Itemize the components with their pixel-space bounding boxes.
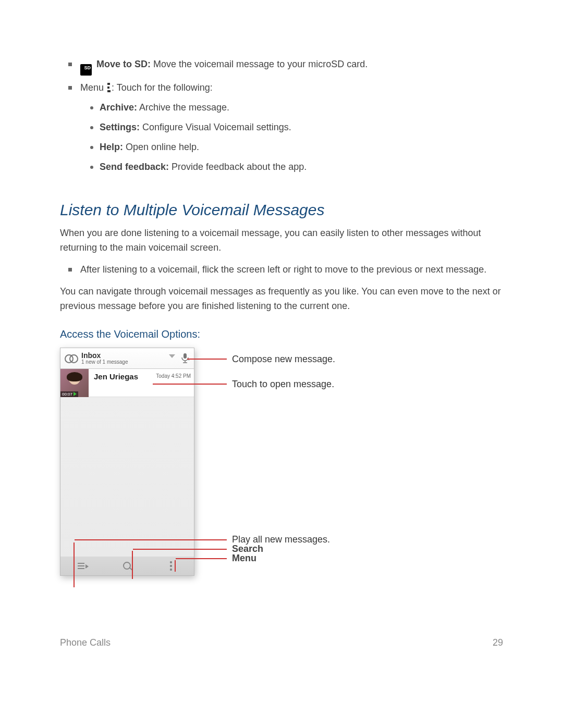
callout-line	[153, 384, 227, 385]
callout-compose: Compose new message.	[232, 354, 335, 365]
bullet-icon	[68, 63, 72, 66]
list-item-content: Archive: Archive the message.	[100, 101, 229, 115]
label-move-to-sd: Move to SD:	[96, 59, 151, 69]
sender-name: Jen Uriegas	[94, 372, 138, 397]
voicemail-icon	[65, 354, 78, 362]
list-item: Archive: Archive the message.	[60, 101, 503, 115]
text-feedback: Provide feedback about the app.	[169, 162, 307, 172]
duration-badge: 00:07	[60, 391, 78, 397]
label-settings: Settings:	[100, 122, 140, 132]
callout-line	[133, 549, 227, 550]
list-item-content: SD Move to SD: Move the voicemail messag…	[80, 57, 368, 76]
footer-section: Phone Calls	[60, 637, 111, 648]
label-feedback: Send feedback:	[100, 162, 169, 172]
bullet-icon	[90, 166, 93, 169]
inbox-header[interactable]: Inbox 1 new of 1 message +	[60, 348, 194, 369]
duration-text: 00:07	[62, 392, 72, 397]
label-help: Help:	[100, 142, 123, 152]
body-paragraph: When you are done listening to a voicema…	[60, 226, 503, 255]
text-help: Open online help.	[123, 142, 199, 152]
label-archive: Archive:	[100, 102, 137, 113]
list-item-content: Menu : Touch for the following:	[80, 81, 213, 95]
inbox-title-block: Inbox 1 new of 1 message	[81, 352, 167, 365]
document-page: SD Move to SD: Move the voicemail messag…	[0, 0, 563, 680]
text-move-to-sd: Move the voicemail message to your micro…	[151, 59, 368, 69]
menu-vertical-icon	[107, 83, 111, 92]
list-item: SD Move to SD: Move the voicemail messag…	[60, 57, 503, 76]
text-flick: After listening to a voicemail, flick th…	[80, 263, 486, 277]
menu-intro-suffix: : Touch for the following:	[112, 82, 213, 93]
play-icon	[74, 392, 77, 396]
callout-open: Touch to open message.	[232, 379, 334, 390]
voicemail-diagram: Inbox 1 new of 1 message + 00:07 Jen Uri…	[60, 348, 503, 576]
sd-card-icon: SD	[80, 64, 92, 76]
dropdown-icon[interactable]	[169, 354, 175, 358]
inbox-title: Inbox	[81, 352, 167, 360]
bullet-icon	[90, 146, 93, 149]
callout-line	[176, 558, 227, 559]
body-paragraph: You can navigate through voicemail messa…	[60, 285, 503, 314]
list-item-content: Settings: Configure Visual Voicemail set…	[100, 120, 291, 135]
section-heading: Listen to Multiple Voicemail Messages	[60, 201, 503, 219]
text-settings: Configure Visual Voicemail settings.	[140, 122, 291, 132]
list-item: Send feedback: Provide feedback about th…	[60, 160, 503, 175]
avatar: 00:07	[60, 369, 89, 397]
list-item-content: Send feedback: Provide feedback about th…	[100, 160, 307, 175]
bullet-icon	[68, 268, 72, 272]
bullet-icon	[90, 126, 93, 129]
callout-line	[187, 359, 227, 360]
list-item: Help: Open online help.	[60, 140, 503, 155]
subsection-heading: Access the Voicemail Options:	[60, 328, 503, 340]
list-item: After listening to a voicemail, flick th…	[60, 263, 503, 277]
svg-rect-0	[183, 353, 187, 359]
list-item: Menu : Touch for the following:	[60, 81, 503, 95]
footer-page-number: 29	[493, 637, 503, 648]
search-icon	[123, 562, 131, 570]
text-archive: Archive the message.	[137, 102, 229, 113]
svg-marker-7	[85, 564, 89, 569]
bullet-icon	[68, 86, 72, 90]
bullet-icon	[90, 106, 93, 109]
list-item: Settings: Configure Visual Voicemail set…	[60, 120, 503, 135]
page-footer: Phone Calls 29	[60, 637, 503, 648]
callout-menu: Menu	[232, 553, 256, 564]
menu-intro-prefix: Menu	[80, 82, 104, 93]
list-item-content: Help: Open online help.	[100, 140, 199, 155]
inbox-subtitle: 1 new of 1 message	[81, 360, 167, 365]
